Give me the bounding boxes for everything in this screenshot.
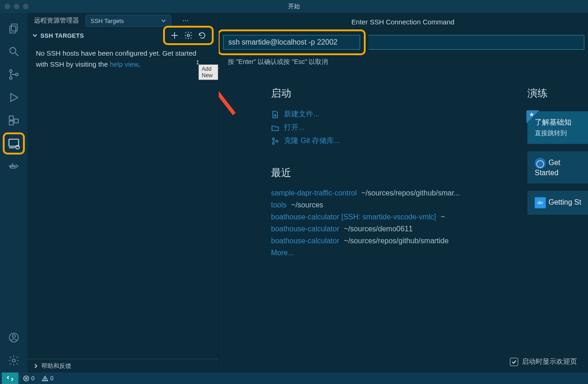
chevron-right-icon	[33, 363, 39, 369]
recent-name: sample-dapr-traffic-control	[271, 189, 356, 197]
dropdown-value: SSH Targets	[90, 17, 124, 24]
settings-tab[interactable]	[3, 350, 25, 372]
tutorial-title: Getting St	[548, 198, 581, 206]
explorer-tab[interactable]	[3, 17, 25, 40]
docker-tab[interactable]	[3, 155, 25, 178]
tutorials-heading: 演练	[527, 86, 588, 100]
sidebar: 远程资源管理器 SSH Targets ⋯ SSH TARGETS	[28, 13, 219, 373]
errors-count: 0	[31, 375, 34, 382]
palette-input-highlight	[219, 29, 366, 55]
chevron-down-icon	[32, 33, 38, 38]
ssh-command-input-ext[interactable]	[368, 35, 584, 50]
recent-path: ~/sources/repos/github/smartide	[344, 237, 449, 245]
titlebar: 开始	[0, 0, 588, 13]
svg-rect-10	[14, 119, 18, 123]
sidebar-title: 远程资源管理器	[34, 17, 79, 25]
svg-rect-8	[9, 116, 13, 120]
recent-more[interactable]: More...	[271, 247, 588, 259]
svg-point-5	[10, 77, 12, 79]
empty-state-suffix: .	[138, 60, 140, 68]
command-palette: Enter SSH Connection Command 按 "Enter" 以…	[221, 15, 584, 69]
recent-path: ~/sources/demo0611	[344, 225, 413, 233]
palette-title: Enter SSH Connection Command	[221, 15, 584, 29]
errors-stat[interactable]: 0	[20, 375, 37, 382]
recent-name: tools	[271, 201, 287, 209]
svg-point-2	[10, 47, 16, 53]
window-controls[interactable]	[5, 4, 28, 9]
svg-rect-9	[9, 121, 13, 125]
svg-point-20	[12, 359, 16, 362]
refresh-button[interactable]	[197, 30, 207, 40]
more-icon[interactable]: ⋯	[181, 16, 191, 26]
more-link: More...	[271, 249, 294, 257]
svg-rect-1	[10, 26, 16, 33]
start-item-label: 新建文件...	[284, 109, 319, 119]
svg-point-30	[276, 140, 278, 142]
sidebar-footer[interactable]: 帮助和反馈	[28, 359, 218, 373]
start-item-label: 打开...	[284, 123, 305, 132]
extensions-tab[interactable]	[3, 109, 25, 132]
close-dot[interactable]	[5, 4, 10, 9]
ssh-empty-state: No SSH hosts have been configured yet. G…	[28, 42, 218, 75]
recent-path: ~/sources	[291, 201, 323, 209]
run-debug-tab[interactable]	[3, 86, 25, 109]
help-view-link[interactable]: help view	[110, 60, 138, 68]
ssh-command-input[interactable]	[223, 35, 360, 50]
source-control-tab[interactable]	[3, 63, 25, 86]
star-icon: ★	[526, 110, 539, 123]
cursor-pointer-icon: ↕	[196, 58, 199, 66]
warning-icon	[42, 375, 48, 382]
svg-point-29	[272, 143, 274, 144]
svg-point-19	[12, 335, 16, 338]
error-icon	[23, 375, 29, 382]
accounts-tab[interactable]	[3, 327, 25, 349]
tutorial-card-docker[interactable]: dkrGetting St	[527, 191, 588, 215]
window-title: 开始	[288, 2, 300, 11]
tutorial-card-linux[interactable]: ◯Get Started	[527, 151, 588, 183]
svg-marker-7	[11, 93, 18, 101]
tutorial-title: 了解基础知	[535, 118, 584, 127]
svg-line-25	[219, 73, 234, 114]
remote-indicator[interactable]	[2, 373, 18, 384]
recent-path: ~	[441, 213, 445, 221]
svg-point-28	[272, 138, 274, 140]
svg-line-3	[15, 53, 18, 56]
docker-icon: dkr	[535, 197, 546, 208]
configure-button[interactable]	[183, 30, 193, 40]
palette-hint: 按 "Enter" 以确认或按 "Esc" 以取消	[221, 55, 584, 69]
chevron-down-icon	[161, 18, 166, 23]
recent-name: boathouse-calculator [SSH: smartide-vsco…	[271, 213, 436, 221]
tutorial-card-basics[interactable]: ★ 了解基础知 直接跳转到	[527, 111, 588, 144]
section-label: SSH TARGETS	[40, 32, 84, 39]
svg-text:★: ★	[529, 111, 534, 118]
recent-item[interactable]: boathouse-calculator ~/sources/demo0611	[271, 223, 588, 235]
recent-name: boathouse-calculator	[271, 237, 339, 245]
recent-path: ~/sources/repos/github/smar...	[361, 189, 460, 197]
recent-item[interactable]: boathouse-calculator ~/sources/repos/git…	[271, 235, 588, 247]
tutorials-column: 演练 ★ 了解基础知 直接跳转到 ◯Get Started dkrGetting…	[527, 86, 588, 215]
warnings-count: 0	[50, 375, 53, 382]
tutorial-sub: 直接跳转到	[535, 129, 584, 138]
show-welcome-checkbox[interactable]	[510, 358, 518, 366]
search-tab[interactable]	[3, 40, 25, 63]
footer-label: 帮助和反馈	[41, 362, 71, 370]
ssh-targets-section-header[interactable]: SSH TARGETS	[28, 29, 218, 42]
max-dot[interactable]	[23, 4, 28, 9]
svg-point-38	[45, 379, 45, 380]
targets-dropdown[interactable]: SSH Targets	[85, 15, 171, 27]
status-bar: 0 0	[0, 373, 588, 384]
arrow-annotation	[219, 68, 239, 119]
warnings-stat[interactable]: 0	[39, 375, 56, 382]
add-new-button[interactable]	[170, 30, 180, 40]
svg-point-23	[187, 34, 190, 37]
show-welcome-checkbox-row[interactable]: 启动时显示欢迎页	[510, 357, 577, 366]
editor-area: Enter SSH Connection Command 按 "Enter" 以…	[219, 13, 588, 373]
linux-icon: ◯	[535, 158, 546, 169]
add-new-tooltip: Add New	[198, 64, 218, 80]
min-dot[interactable]	[14, 4, 19, 9]
svg-rect-17	[12, 164, 13, 165]
activity-bar	[0, 13, 28, 373]
remote-explorer-tab[interactable]	[3, 132, 25, 155]
show-welcome-label: 启动时显示欢迎页	[522, 357, 577, 366]
svg-point-6	[16, 73, 18, 75]
